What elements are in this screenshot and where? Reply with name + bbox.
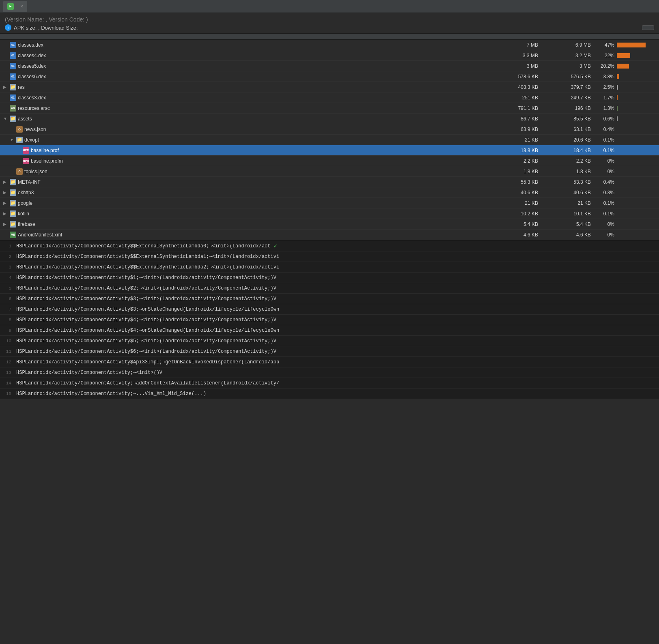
table-row[interactable]: ▶📁okhttp340.6 KB40.6 KB0.3% <box>0 187 659 198</box>
table-row[interactable]: ▶📁res403.3 KB379.7 KB2.5% <box>0 82 659 92</box>
pct-bar-cell: 2.5% <box>594 84 659 90</box>
code-line: 1HSPLandroidx/activity/ComponentActivity… <box>0 241 659 251</box>
raw-size: 18.8 KB <box>489 148 541 153</box>
expand-arrow[interactable]: ▶ <box>3 222 8 226</box>
line-number: 4 <box>0 275 16 280</box>
raw-size: 7 MB <box>489 42 541 48</box>
pct-label: 0.1% <box>597 137 614 143</box>
download-size: 6.9 MB <box>541 42 594 48</box>
apk-tab[interactable]: ▶ ✕ <box>3 1 27 12</box>
code-line: 7HSPLandroidx/activity/ComponentActivity… <box>0 304 659 315</box>
line-content: HSPLandroidx/activity/ComponentActivity$… <box>16 317 276 323</box>
table-row[interactable]: {}topics.json1.8 KB1.8 KB0% <box>0 166 659 177</box>
table-row[interactable]: ▼📁dexopt21 KB20.6 KB0.1% <box>0 135 659 145</box>
file-name-cell: ▶📁google <box>0 200 489 206</box>
raw-size: 63.9 KB <box>489 127 541 132</box>
folder-icon: 📁 <box>10 179 16 185</box>
tab-close-button[interactable]: ✕ <box>20 3 23 9</box>
pct-bar-cell: 0.1% <box>594 137 659 143</box>
table-row[interactable]: 01classes3.dex251 KB249.7 KB1.7% <box>0 92 659 103</box>
apk-size-text: APK size: , Download Size: <box>14 25 78 31</box>
line-number: 12 <box>0 360 16 365</box>
expand-arrow[interactable]: ▼ <box>10 137 15 142</box>
raw-size: 2.2 KB <box>489 158 541 164</box>
table-row[interactable]: ▶📁firebase5.4 KB5.4 KB0% <box>0 219 659 230</box>
code-line: 10HSPLandroidx/activity/ComponentActivit… <box>0 336 659 346</box>
pct-bar-cell: 3.8% <box>594 74 659 79</box>
expand-arrow[interactable]: ▶ <box>3 201 8 205</box>
expand-arrow[interactable]: ▶ <box>3 180 8 184</box>
table-row[interactable]: ▶📁google21 KB21 KB0.1% <box>0 198 659 208</box>
line-number: 13 <box>0 370 16 375</box>
table-row[interactable]: ▶📁kotlin10.2 KB10.1 KB0.1% <box>0 208 659 219</box>
download-size: 1.8 KB <box>541 169 594 174</box>
pct-bar-cell: 0.1% <box>594 148 659 153</box>
file-name-cell: 01classes.dex <box>0 42 489 48</box>
table-row[interactable]: ▶📁META-INF55.3 KB53.3 KB0.4% <box>0 177 659 187</box>
table-row[interactable]: HPRbaseline.profm2.2 KB2.2 KB0% <box>0 156 659 166</box>
table-row[interactable]: ▼📁assets86.7 KB85.5 KB0.6% <box>0 114 659 124</box>
pct-label: 22% <box>597 53 614 58</box>
folder-icon: 📁 <box>10 189 16 196</box>
expand-arrow[interactable]: ▶ <box>3 211 8 216</box>
file-name-cell: 01classes5.dex <box>0 63 489 69</box>
line-number: 1 <box>0 244 16 249</box>
apk-size: i APK size: , Download Size: <box>5 24 78 31</box>
expand-arrow[interactable]: ▶ <box>3 85 8 89</box>
table-row[interactable]: ARresources.arsc791.1 KB196 KB1.3% <box>0 103 659 114</box>
table-row[interactable]: 01classes6.dex578.6 KB576.5 KB3.8% <box>0 71 659 82</box>
dex-icon: 01 <box>10 52 16 59</box>
pct-bar-cell: 0.3% <box>594 190 659 195</box>
line-content: HSPLandroidx/activity/ComponentActivity$… <box>16 275 276 281</box>
line-content: HSPLandroidx/activity/ComponentActivity$… <box>16 307 279 312</box>
download-size: 3.2 MB <box>541 53 594 58</box>
compare-button[interactable] <box>642 25 654 30</box>
arsc-icon: AR <box>10 105 16 112</box>
dex-icon: 01 <box>10 42 16 48</box>
prof-icon: HPR <box>23 147 29 154</box>
file-name: google <box>18 200 32 206</box>
file-name-cell: ▶📁res <box>0 84 489 90</box>
download-size: 379.7 KB <box>541 84 594 90</box>
table-row[interactable]: 01classes4.dex3.3 MB3.2 MB22% <box>0 50 659 61</box>
file-name-cell: ▶📁okhttp3 <box>0 189 489 196</box>
expand-arrow[interactable]: ▶ <box>3 190 8 195</box>
bar-container <box>617 116 656 121</box>
table-row[interactable]: {}news.json63.9 KB63.1 KB0.4% <box>0 124 659 135</box>
line-content: HSPLandroidx/activity/ComponentActivity$… <box>16 243 271 249</box>
file-name: classes4.dex <box>18 53 46 58</box>
raw-size: 4.6 KB <box>489 232 541 238</box>
code-line: 13HSPLandroidx/activity/ComponentActivit… <box>0 367 659 378</box>
file-name-cell: HPRbaseline.profm <box>0 158 489 164</box>
code-line: 5HSPLandroidx/activity/ComponentActivity… <box>0 283 659 294</box>
dex-icon: 01 <box>10 94 16 101</box>
table-row[interactable]: HPRbaseline.prof18.8 KB18.4 KB0.1% <box>0 145 659 156</box>
raw-size: 55.3 KB <box>489 179 541 185</box>
pct-label: 0.4% <box>597 179 614 185</box>
line-number: 6 <box>0 296 16 301</box>
code-line: 4HSPLandroidx/activity/ComponentActivity… <box>0 273 659 283</box>
line-content: HSPLandroidx/activity/ComponentActivity$… <box>16 264 279 270</box>
pct-label: 1.7% <box>597 95 614 101</box>
line-content: HSPLandroidx/activity/ComponentActivity$… <box>16 338 276 344</box>
table-row[interactable]: MEAndroidManifest.xml4.6 KB4.6 KB0% <box>0 230 659 240</box>
pct-label: 0.3% <box>597 190 614 195</box>
check-icon: ✓ <box>274 243 277 249</box>
bar-fill <box>617 53 630 58</box>
pct-label: 0% <box>597 221 614 227</box>
table-row[interactable]: 01classes.dex7 MB6.9 MB47% <box>0 40 659 50</box>
raw-size: 403.3 KB <box>489 84 541 90</box>
bar-fill <box>617 106 618 111</box>
download-size: 10.1 KB <box>541 211 594 217</box>
table-row[interactable]: 01classes5.dex3 MB3 MB20.2% <box>0 61 659 71</box>
file-name: topics.json <box>24 169 47 174</box>
pct-label: 0% <box>597 158 614 164</box>
code-line: 15HSPLandroidx/activity/ComponentActivit… <box>0 389 659 399</box>
expand-arrow[interactable]: ▼ <box>3 116 8 121</box>
file-name-cell: MEAndroidManifest.xml <box>0 232 489 238</box>
bar-container <box>617 222 656 227</box>
pct-bar-cell: 1.3% <box>594 105 659 111</box>
line-content: HSPLandroidx/activity/ComponentActivity;… <box>16 380 279 386</box>
line-number: 9 <box>0 328 16 333</box>
file-name-cell: ▼📁dexopt <box>0 137 489 143</box>
